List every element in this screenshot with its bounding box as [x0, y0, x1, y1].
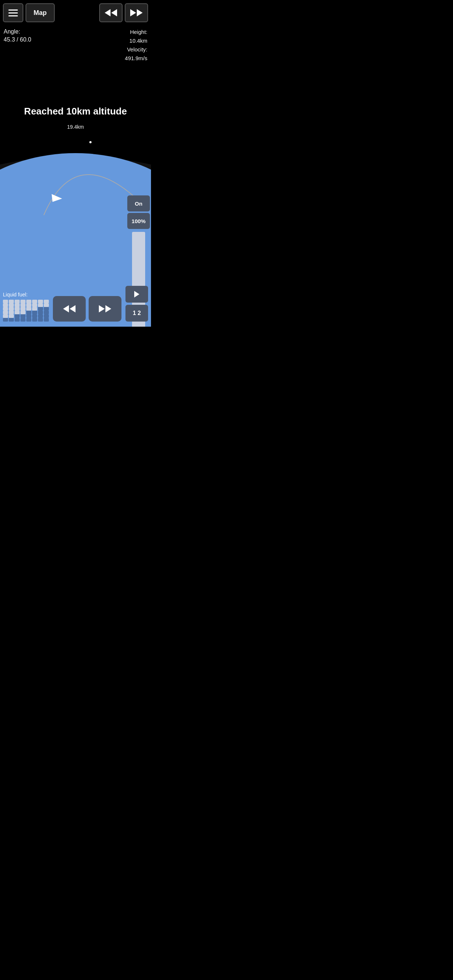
map-button[interactable]: Map: [26, 3, 55, 22]
map-label: Map: [33, 9, 47, 17]
slots-button[interactable]: 1 2: [126, 305, 148, 321]
top-left-controls: Map: [3, 3, 55, 22]
play-button[interactable]: [126, 286, 148, 302]
milestone-message: Reached 10km altitude: [0, 106, 151, 117]
stats-left: Angle: 45.3 / 60.0: [4, 28, 31, 44]
on-button[interactable]: On: [127, 196, 150, 212]
center-buttons: [53, 296, 121, 321]
velocity-label: Velocity:: [125, 45, 147, 54]
thrust-percent-button[interactable]: 100%: [127, 213, 150, 229]
angle-label: Angle:: [4, 28, 31, 36]
height-label: Height:: [125, 28, 147, 37]
fuel-bar-row: [3, 310, 49, 314]
svg-point-5: [89, 141, 91, 143]
fast-forward-button[interactable]: [125, 3, 148, 22]
fuel-bar-row: [3, 307, 49, 310]
hamburger-icon: [8, 10, 18, 16]
fuel-bar-row: [3, 318, 49, 321]
menu-button[interactable]: [3, 3, 23, 22]
play-icon: [134, 291, 139, 298]
angle-value: 45.3 / 60.0: [4, 36, 31, 44]
prev-icon: [63, 305, 75, 312]
fuel-bars: [3, 300, 49, 321]
top-right-controls: [99, 3, 148, 22]
slots-label: 1 2: [133, 310, 141, 317]
stats-right: Height: 10.4km Velocity: 491.9m/s: [125, 28, 147, 63]
fuel-section: Liquid fuel:: [3, 292, 49, 321]
velocity-value: 491.9m/s: [125, 54, 147, 63]
bottom-bar: Liquid fuel: 1 2: [0, 286, 151, 327]
bottom-right-buttons: 1 2: [126, 286, 148, 321]
height-value: 10.4km: [125, 37, 147, 45]
fast-forward-icon: [130, 9, 143, 16]
distance-label: 19.4km: [67, 124, 84, 130]
next-button[interactable]: [89, 296, 121, 321]
fuel-bar-row: [3, 300, 49, 303]
fuel-label: Liquid fuel:: [3, 292, 49, 298]
prev-button[interactable]: [53, 296, 86, 321]
rewind-icon: [105, 9, 117, 16]
fuel-bar-row: [3, 303, 49, 307]
fuel-bar-row: [3, 314, 49, 318]
rewind-button[interactable]: [99, 3, 123, 22]
next-icon: [99, 305, 111, 312]
